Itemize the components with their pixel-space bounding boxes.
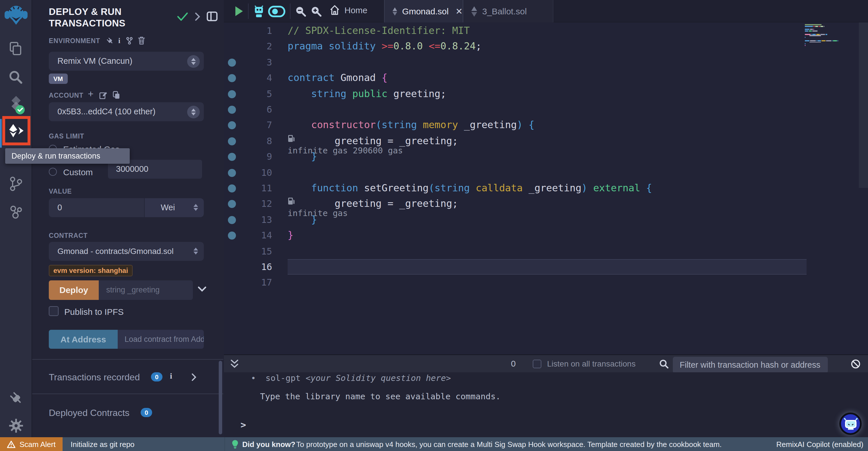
line-number[interactable]: 6 bbox=[246, 102, 272, 117]
terminal-filter-input[interactable]: Filter with transaction hash or address bbox=[673, 357, 828, 373]
remix-logo[interactable] bbox=[0, 5, 32, 25]
env-fork-icon[interactable] bbox=[126, 37, 133, 45]
sidebar-item-settings[interactable] bbox=[0, 418, 32, 433]
run-script-button[interactable] bbox=[235, 6, 243, 17]
tab-close-icon[interactable]: ✕ bbox=[456, 6, 463, 17]
line-number[interactable]: 4 bbox=[246, 70, 272, 86]
code-content: } bbox=[288, 149, 807, 165]
deploy-expand-chevron-icon[interactable] bbox=[197, 286, 207, 292]
line-number[interactable]: 7 bbox=[246, 117, 272, 133]
env-info-icon[interactable]: i bbox=[118, 36, 120, 46]
transactions-recorded-count: 0 bbox=[151, 372, 162, 382]
deploy-param-input[interactable]: string _greeting bbox=[99, 280, 193, 300]
line-number[interactable]: 2 bbox=[246, 39, 272, 55]
terminal-search-icon[interactable] bbox=[659, 359, 669, 369]
publish-ipfs-label: Publish to IPFS bbox=[64, 307, 124, 316]
account-add-icon[interactable]: + bbox=[88, 88, 94, 100]
terminal-collapse-icon[interactable] bbox=[230, 359, 239, 369]
env-trash-icon[interactable] bbox=[138, 36, 145, 45]
custom-gas-radio[interactable] bbox=[49, 168, 57, 176]
gutter-dot-icon bbox=[228, 59, 236, 67]
editor-scrollbar[interactable] bbox=[859, 22, 868, 188]
contract-select-arrows-icon bbox=[193, 247, 198, 254]
copilot-status[interactable]: RemixAI Copilot (enabled) bbox=[776, 440, 863, 449]
scam-alert-badge[interactable]: Scam Alert bbox=[0, 437, 63, 451]
line-number[interactable]: 17 bbox=[246, 275, 272, 291]
gutter-dot-icon bbox=[228, 200, 236, 208]
gutter-dot-icon bbox=[228, 153, 236, 161]
account-edit-icon[interactable] bbox=[99, 91, 107, 100]
panel-chevron-icon[interactable] bbox=[195, 12, 200, 21]
tab-home-label: Home bbox=[344, 5, 367, 15]
tab-ballot[interactable]: 3_Ballot.sol bbox=[463, 0, 553, 22]
gutter-dot-icon bbox=[228, 106, 236, 114]
recorded-info-icon[interactable]: i bbox=[170, 372, 172, 381]
modules-icon bbox=[8, 204, 23, 220]
code-line: 2pragma solidity >=0.8.0 <=0.8.24; bbox=[224, 39, 868, 55]
line-number[interactable]: 11 bbox=[246, 180, 272, 196]
terminal[interactable]: • sol-gpt <your Solidity question here> … bbox=[224, 372, 868, 437]
tab-gmonad[interactable]: Gmonad.sol ✕ bbox=[384, 0, 463, 22]
line-number[interactable]: 16 bbox=[246, 259, 272, 275]
account-copy-icon[interactable] bbox=[113, 91, 121, 100]
code-line: 9 } bbox=[224, 149, 868, 165]
zoom-in-icon[interactable] bbox=[311, 6, 321, 17]
at-address-input[interactable]: Load contract from Addre bbox=[118, 330, 204, 349]
terminal-cmd-arg: <your Solidity question here> bbox=[306, 373, 451, 383]
at-address-placeholder: Load contract from Addre bbox=[125, 335, 204, 344]
value-input[interactable]: 0 bbox=[49, 198, 144, 217]
contract-label: CONTRACT bbox=[49, 232, 88, 239]
sidebar-item-search[interactable] bbox=[0, 70, 32, 84]
git-init-button[interactable]: Initialize as git repo bbox=[71, 440, 135, 449]
line-number[interactable]: 12 bbox=[246, 196, 272, 212]
statusbar-divider bbox=[224, 437, 225, 451]
environment-select[interactable]: Remix VM (Cancun) bbox=[49, 52, 204, 71]
panel-title: DEPLOY & RUN TRANSACTIONS bbox=[49, 6, 184, 29]
tab-home[interactable]: Home bbox=[330, 5, 367, 16]
remix-ai-assistant-button[interactable] bbox=[839, 413, 862, 435]
line-number[interactable]: 10 bbox=[246, 165, 272, 180]
remix-ai-robot-icon bbox=[843, 417, 858, 430]
account-select[interactable]: 0x5B3...eddC4 (100 ether) bbox=[49, 102, 204, 121]
zoom-out-icon[interactable] bbox=[295, 6, 306, 17]
listen-all-checkbox[interactable] bbox=[533, 360, 541, 368]
gutter-dot-icon bbox=[228, 90, 236, 98]
sidebar-item-file-explorer[interactable] bbox=[0, 41, 32, 56]
contract-select[interactable]: Gmonad - contracts/Gmonad.sol bbox=[49, 242, 204, 261]
publish-ipfs-checkbox[interactable] bbox=[49, 306, 59, 316]
line-number[interactable]: 1 bbox=[246, 23, 272, 39]
panel-scrollbar[interactable] bbox=[219, 361, 222, 434]
sidebar-item-plugin-manager[interactable] bbox=[0, 391, 32, 405]
line-number[interactable]: 14 bbox=[246, 227, 272, 243]
ai-assistant-icon[interactable] bbox=[253, 5, 265, 18]
vm-badge: VM bbox=[49, 74, 67, 84]
clear-console-icon[interactable] bbox=[851, 359, 861, 369]
sidebar-item-deploy-run[interactable] bbox=[2, 116, 30, 145]
env-plug-icon[interactable] bbox=[106, 37, 114, 45]
line-number[interactable]: 9 bbox=[246, 149, 272, 165]
line-number[interactable]: 15 bbox=[246, 243, 272, 259]
value-unit-select[interactable]: Wei bbox=[145, 198, 204, 217]
terminal-filter-placeholder: Filter with transaction hash or address bbox=[680, 360, 820, 369]
at-address-button[interactable]: At Address bbox=[49, 330, 118, 349]
sidebar-item-solidity-compiler[interactable] bbox=[0, 95, 32, 115]
sidebar-item-plugin-modules[interactable] bbox=[0, 204, 32, 220]
line-number[interactable]: 3 bbox=[246, 55, 272, 71]
terminal-prompt[interactable]: > bbox=[241, 419, 246, 430]
line-number[interactable]: 5 bbox=[246, 86, 272, 102]
gutter-dot-icon bbox=[228, 74, 236, 82]
active-plugin-indicator bbox=[0, 119, 2, 148]
code-content: pragma solidity >=0.8.0 <=0.8.24; bbox=[288, 39, 807, 55]
line-number[interactable]: 8 bbox=[246, 133, 272, 149]
line-number[interactable]: 13 bbox=[246, 212, 272, 228]
sidebar-item-git[interactable] bbox=[0, 176, 32, 192]
tabbar-divider-2 bbox=[290, 3, 290, 19]
minimap[interactable] bbox=[805, 24, 858, 51]
panel-divider bbox=[32, 359, 223, 360]
recorded-expand-icon[interactable] bbox=[191, 373, 196, 382]
code-editor[interactable]: 1// SPDX-License-Identifier: MIT2pragma … bbox=[224, 22, 868, 355]
deploy-button[interactable]: Deploy bbox=[49, 280, 99, 300]
pin-panel-icon[interactable] bbox=[207, 11, 218, 21]
copilot-toggle-icon[interactable] bbox=[268, 6, 285, 17]
deploy-button-label: Deploy bbox=[59, 285, 88, 295]
